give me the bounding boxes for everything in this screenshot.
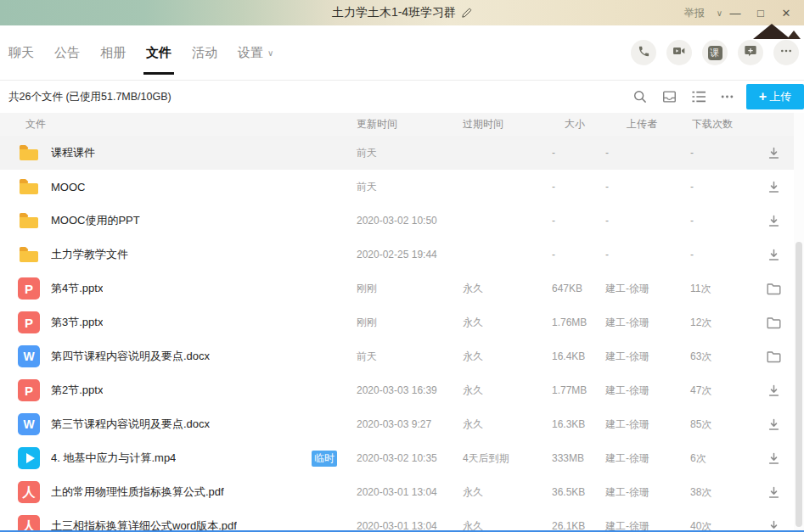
file-size: 1.77MB (552, 384, 605, 396)
file-downloads: 63次 (690, 350, 754, 364)
nav-action-buttons: 课 (631, 40, 799, 65)
download-icon[interactable] (767, 384, 780, 397)
file-updated: 2020-03-03 9:27 (357, 418, 463, 430)
file-updated: 2020-02-25 19:44 (357, 249, 463, 260)
file-row[interactable]: 人 土的常用物理性质指标换算公式.pdf 2020-03-01 13:04 永久… (0, 475, 794, 509)
download-icon[interactable] (767, 486, 780, 499)
report-button[interactable]: 举报 (684, 6, 705, 20)
file-expires: 永久 (463, 350, 552, 364)
file-uploader: - (605, 249, 690, 260)
more-actions-button[interactable] (773, 40, 799, 65)
file-size: - (552, 147, 605, 159)
file-size: - (552, 181, 605, 193)
new-topic-button[interactable] (738, 40, 763, 65)
video-file-icon (17, 446, 41, 470)
folder-file-icon (17, 141, 41, 165)
download-icon[interactable] (767, 215, 780, 227)
settings-chevron-icon: ∨ (267, 48, 273, 58)
header-updated[interactable]: 更新时间 (357, 117, 463, 132)
file-uploader: 建工-徐珊 (605, 282, 690, 296)
file-row[interactable]: P 第4节.pptx 刚刚 永久 647KB 建工-徐珊 11次 (0, 272, 794, 305)
file-table-body: 课程课件 前天 - - - MOOC 前天 - - (0, 136, 794, 532)
file-downloads: - (690, 181, 754, 193)
download-icon[interactable] (767, 181, 780, 193)
inbox-icon[interactable] (661, 89, 677, 104)
header-file[interactable]: 文件 (0, 117, 357, 132)
close-button[interactable]: ✕ (773, 7, 799, 20)
tab-album[interactable]: 相册 (100, 25, 126, 80)
file-name: 第4节.pptx (51, 281, 103, 296)
file-name: 土力学教学文件 (51, 247, 128, 262)
pdf-file-icon: 人 (17, 480, 41, 504)
chat-plus-icon (744, 44, 757, 61)
file-row[interactable]: MOOC使用的PPT 2020-03-02 10:50 - - - (0, 204, 794, 238)
file-downloads: - (690, 147, 754, 159)
minimize-button[interactable]: — (722, 7, 748, 20)
open-folder-icon[interactable] (767, 283, 781, 295)
maximize-button[interactable]: □ (748, 7, 773, 20)
ellipsis-icon (779, 44, 793, 61)
file-name: MOOC使用的PPT (51, 213, 140, 228)
tab-chat[interactable]: 聊天 (8, 25, 34, 80)
edit-title-icon[interactable] (461, 8, 472, 19)
download-icon[interactable] (767, 452, 780, 465)
open-folder-icon[interactable] (767, 350, 781, 363)
download-icon[interactable] (767, 147, 780, 160)
file-uploader: 建工-徐珊 (605, 384, 690, 398)
file-downloads: 85次 (690, 417, 754, 432)
toolbar-icons (633, 89, 734, 104)
scrollbar-track[interactable] (794, 113, 804, 530)
folder-file-icon (17, 175, 41, 199)
tab-files[interactable]: 文件 (146, 25, 171, 80)
file-expires: 永久 (463, 417, 552, 432)
download-icon[interactable] (767, 249, 780, 261)
file-row[interactable]: W 第三节课程内容说明及要点.docx 2020-03-03 9:27 永久 1… (0, 407, 794, 441)
tab-activity[interactable]: 活动 (192, 25, 217, 80)
file-row[interactable]: 4. 地基中应力与计算.mp4 临时 2020-03-02 10:35 4天后到… (0, 441, 794, 475)
file-downloads: - (690, 215, 754, 227)
file-size: 36.5KB (552, 486, 605, 498)
file-row[interactable]: 土力学教学文件 2020-02-25 19:44 - - - (0, 238, 794, 272)
upload-button[interactable]: + 上传 (746, 84, 804, 109)
class-button[interactable]: 课 (702, 40, 728, 65)
file-row[interactable]: W 第四节课程内容说明及要点.docx 前天 永久 16.4KB 建工-徐珊 6… (0, 339, 794, 373)
video-call-button[interactable] (666, 40, 692, 65)
file-size: - (552, 249, 605, 260)
header-uploader[interactable]: 上传者 (605, 117, 690, 132)
open-folder-icon[interactable] (767, 316, 781, 329)
file-expires: 4天后到期 (463, 451, 552, 466)
search-icon[interactable] (633, 89, 648, 104)
scrollbar-thumb[interactable] (796, 242, 802, 527)
file-size: 16.4KB (552, 350, 605, 362)
file-row[interactable]: 人 土三相指标换算详细公式word版本.pdf 2020-03-01 13:04… (0, 509, 794, 532)
file-row[interactable]: 课程课件 前天 - - - (0, 136, 794, 170)
file-name: 第四节课程内容说明及要点.docx (51, 349, 210, 364)
header-downloads[interactable]: 下载次数 (690, 117, 754, 132)
file-name: 第三节课程内容说明及要点.docx (51, 417, 210, 432)
header-size[interactable]: 大小 (552, 117, 605, 132)
file-name: MOOC (51, 181, 85, 193)
list-view-icon[interactable] (691, 90, 706, 104)
theme-decoration (753, 24, 790, 39)
download-icon[interactable] (767, 418, 780, 431)
file-uploader: - (605, 181, 690, 193)
file-expires: 永久 (463, 384, 552, 398)
group-file-window: 土力学土木1-4班学习群 举报 ∨ — □ ✕ 聊天 公告 相册 文件 活动 设… (0, 0, 804, 532)
report-chevron-icon[interactable]: ∨ (717, 8, 722, 18)
file-row[interactable]: MOOC 前天 - - - (0, 170, 794, 204)
voice-call-button[interactable] (631, 40, 656, 65)
header-expires[interactable]: 过期时间 (463, 117, 552, 132)
video-camera-icon (672, 44, 686, 61)
tab-announcement[interactable]: 公告 (54, 25, 80, 80)
file-row[interactable]: P 第3节.pptx 刚刚 永久 1.76MB 建工-徐珊 12次 (0, 305, 794, 339)
file-row[interactable]: P 第2节.pptx 2020-03-03 16:39 永久 1.77MB 建工… (0, 373, 794, 407)
temp-badge: 临时 (312, 451, 337, 467)
file-name: 土的常用物理性质指标换算公式.pdf (51, 484, 224, 500)
file-downloads: 6次 (690, 451, 754, 466)
nav-tabs: 聊天 公告 相册 文件 活动 设置 ∨ (8, 25, 273, 80)
tab-settings-label: 设置 (238, 45, 263, 61)
tab-settings[interactable]: 设置 ∨ (238, 25, 273, 80)
file-downloads: 47次 (690, 384, 754, 398)
file-expires: 永久 (463, 316, 552, 330)
more-tools-icon[interactable] (720, 90, 734, 104)
